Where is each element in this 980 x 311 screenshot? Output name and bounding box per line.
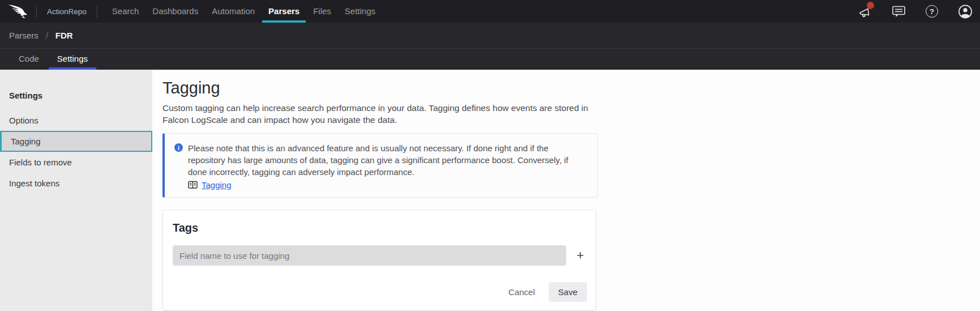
breadcrumb-separator: / bbox=[46, 31, 48, 40]
sidebar-item-tagging[interactable]: Tagging bbox=[0, 131, 152, 152]
main-panel: Tagging Custom tagging can help increase… bbox=[152, 70, 980, 311]
sidebar-item-label: Tagging bbox=[11, 137, 41, 146]
add-tag-button[interactable]: + bbox=[574, 249, 587, 262]
help-glyph: ? bbox=[930, 7, 934, 16]
feedback-message-icon[interactable] bbox=[891, 4, 906, 19]
nav-item-dashboards[interactable]: Dashboards bbox=[145, 0, 205, 23]
announcements-icon[interactable] bbox=[858, 4, 872, 19]
tab-code[interactable]: Code bbox=[10, 49, 48, 70]
sidebar-item-fields-to-remove[interactable]: Fields to remove bbox=[0, 152, 152, 173]
nav-item-files[interactable]: Files bbox=[306, 0, 338, 23]
sidebar-item-label: Options bbox=[9, 116, 38, 125]
settings-sidebar: Settings Options Tagging Fields to remov… bbox=[0, 70, 152, 311]
sidebar-item-label: Fields to remove bbox=[9, 157, 72, 167]
repo-name-label[interactable]: ActionRepo bbox=[47, 7, 87, 16]
top-nav-actions: ? bbox=[858, 4, 980, 19]
breadcrumb-current-fdr: FDR bbox=[55, 31, 73, 40]
tagging-doc-link[interactable]: Tagging bbox=[202, 180, 232, 190]
info-icon: i bbox=[174, 143, 183, 152]
sidebar-item-options[interactable]: Options bbox=[0, 110, 152, 131]
cancel-button[interactable]: Cancel bbox=[504, 284, 540, 300]
sidebar-item-ingest-tokens[interactable]: Ingest tokens bbox=[0, 173, 152, 194]
info-note: i Please note that this is an advanced f… bbox=[162, 133, 598, 198]
primary-nav: Search Dashboards Automation Parsers Fil… bbox=[105, 0, 382, 23]
breadcrumb: Parsers / FDR bbox=[0, 23, 980, 49]
page-description: Custom tagging can help increase search … bbox=[162, 102, 980, 126]
info-note-text: Please note that this is an advanced fea… bbox=[188, 142, 568, 178]
nav-item-search[interactable]: Search bbox=[105, 0, 146, 23]
nav-item-automation[interactable]: Automation bbox=[205, 0, 262, 23]
breadcrumb-parsers[interactable]: Parsers bbox=[9, 31, 38, 40]
sidebar-item-label: Ingest tokens bbox=[9, 178, 59, 188]
nav-item-parsers[interactable]: Parsers bbox=[262, 0, 306, 23]
user-avatar-icon[interactable] bbox=[958, 4, 973, 19]
divider bbox=[97, 5, 97, 18]
help-icon[interactable]: ? bbox=[925, 4, 939, 19]
top-nav-bar: ActionRepo Search Dashboards Automation … bbox=[0, 0, 980, 23]
tags-card-title: Tags bbox=[173, 221, 587, 235]
tags-card: Tags + Cancel Save bbox=[162, 210, 596, 310]
nav-item-settings[interactable]: Settings bbox=[338, 0, 382, 23]
tag-field-name-input[interactable] bbox=[173, 245, 566, 266]
sidebar-heading: Settings bbox=[0, 91, 152, 100]
page-title: Tagging bbox=[162, 79, 980, 97]
notification-badge bbox=[867, 2, 874, 9]
save-button[interactable]: Save bbox=[549, 282, 587, 302]
tab-settings[interactable]: Settings bbox=[48, 49, 97, 70]
crowdstrike-falcon-logo-icon[interactable] bbox=[7, 4, 30, 19]
divider bbox=[36, 5, 37, 18]
parser-tabs: Code Settings bbox=[0, 49, 980, 70]
content-area: Settings Options Tagging Fields to remov… bbox=[0, 70, 980, 311]
book-icon bbox=[188, 181, 198, 189]
